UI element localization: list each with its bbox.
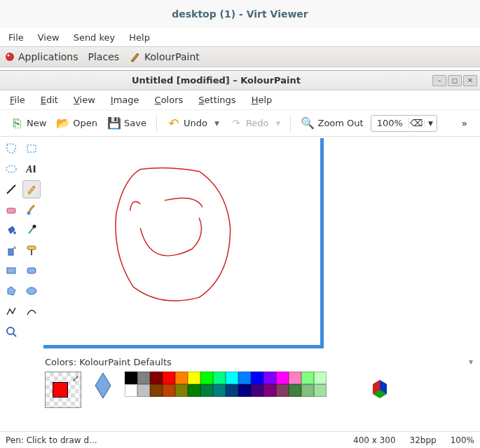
toolbar-overflow-icon[interactable]: »	[461, 118, 473, 129]
undo-button[interactable]: ↶ Undo ▼	[164, 115, 222, 132]
palette-swatch[interactable]	[163, 372, 175, 384]
palette-swatch[interactable]	[125, 372, 137, 384]
menu-help[interactable]: Help	[252, 95, 273, 105]
panel-task-kolourpaint[interactable]: KolourPaint	[129, 50, 200, 63]
tool-ellipse[interactable]	[22, 282, 41, 300]
save-button[interactable]: 💾 Save	[104, 115, 149, 132]
tool-pen[interactable]	[22, 180, 41, 198]
palette-swatch[interactable]	[188, 384, 200, 397]
virt-menu-sendkey[interactable]: Send key	[74, 32, 116, 43]
palette-swatch[interactable]	[276, 384, 289, 397]
palette-swatch[interactable]	[150, 372, 163, 384]
palette-swatch[interactable]	[150, 384, 163, 397]
svg-rect-9	[8, 249, 13, 255]
palette-swatch[interactable]	[314, 372, 327, 384]
brush-icon	[129, 50, 142, 63]
palette-swatch[interactable]	[175, 372, 188, 384]
palette-swatch[interactable]	[175, 384, 188, 397]
tool-spray[interactable]	[2, 241, 20, 259]
tool-polyline[interactable]	[2, 302, 20, 320]
main-area: AI	[0, 137, 480, 354]
menu-colors[interactable]: Colors	[155, 95, 184, 105]
palette-swatch[interactable]	[125, 384, 137, 397]
close-button[interactable]: ✕	[463, 75, 477, 86]
panel-places[interactable]: Places	[88, 51, 120, 62]
palette-swatch[interactable]	[137, 372, 150, 384]
palette-swatch[interactable]	[200, 384, 213, 397]
palette-swatch[interactable]	[163, 384, 175, 397]
swap-colors-icon[interactable]: ⤢	[72, 374, 79, 383]
tool-rect[interactable]	[2, 262, 20, 280]
tool-brush[interactable]	[22, 201, 41, 219]
palette-swatch[interactable]	[251, 384, 263, 397]
menu-edit[interactable]: Edit	[41, 95, 58, 105]
zoom-out-button[interactable]: 🔍 Zoom Out	[298, 115, 366, 132]
tool-free-select[interactable]	[2, 140, 20, 158]
titlebar[interactable]: Untitled [modified] – KolourPaint – ◻ ✕	[0, 71, 480, 90]
toolbox: AI	[0, 137, 42, 354]
new-label: New	[27, 118, 46, 128]
palette-swatch[interactable]	[137, 384, 150, 397]
tool-rect-select[interactable]	[22, 140, 41, 158]
open-button[interactable]: 📂 Open	[53, 115, 100, 132]
minimize-button[interactable]: –	[432, 75, 446, 86]
tool-fill[interactable]	[2, 221, 20, 239]
foreground-swatch[interactable]	[53, 382, 68, 398]
tool-rounded-rect[interactable]	[22, 262, 41, 280]
tool-text[interactable]: AI	[22, 160, 41, 178]
palette-swatch[interactable]	[213, 384, 226, 397]
color-cube-icon[interactable]	[367, 376, 392, 401]
menu-settings[interactable]: Settings	[198, 95, 235, 105]
tool-eraser[interactable]	[2, 201, 20, 219]
undo-label: Undo	[184, 118, 207, 128]
canvas[interactable]	[43, 138, 324, 348]
palette-swatch[interactable]	[301, 384, 314, 397]
gnome-panel: Applications Places KolourPaint	[0, 46, 480, 67]
colors-menu-icon[interactable]: ▾	[469, 357, 473, 367]
tool-ellipse-select[interactable]	[2, 160, 20, 178]
palette-swatch[interactable]	[213, 372, 226, 384]
color-fgbg-selector[interactable]: ⤢	[45, 372, 81, 408]
palette-swatch[interactable]	[289, 384, 301, 397]
zoom-combo[interactable]: 100% ⌫ ▼	[371, 115, 437, 132]
save-icon: 💾	[107, 116, 121, 130]
palette-swatch[interactable]	[301, 372, 314, 384]
tool-polygon[interactable]	[2, 282, 20, 300]
new-button[interactable]: ⎘ New	[7, 115, 49, 132]
save-label: Save	[124, 118, 146, 128]
canvas-viewport[interactable]	[42, 137, 480, 354]
tool-color-picker[interactable]	[22, 221, 41, 239]
palette-swatch[interactable]	[289, 372, 301, 384]
palette-swatch[interactable]	[238, 372, 251, 384]
virt-menu-view[interactable]: View	[38, 32, 60, 43]
tool-curve[interactable]	[22, 302, 41, 320]
maximize-button[interactable]: ◻	[448, 75, 462, 86]
menu-image[interactable]: Image	[111, 95, 139, 105]
window-title: Untitled [modified] – KolourPaint	[0, 75, 432, 86]
tool-line[interactable]	[2, 180, 20, 198]
chevron-down-icon[interactable]: ▼	[424, 120, 437, 127]
palette-swatch[interactable]	[314, 384, 327, 397]
virt-viewer-title: desktop (1) - Virt Viewer	[0, 0, 480, 28]
palette-swatch[interactable]	[263, 384, 276, 397]
palette-swatch[interactable]	[251, 372, 263, 384]
virt-menu-help[interactable]: Help	[129, 32, 150, 43]
clear-icon[interactable]: ⌫	[409, 118, 424, 128]
palette-swatch[interactable]	[188, 372, 200, 384]
palette-swatch[interactable]	[226, 372, 238, 384]
palette-swatch[interactable]	[238, 384, 251, 397]
menu-view[interactable]: View	[74, 95, 95, 105]
palette-swatch[interactable]	[276, 372, 289, 384]
panel-applications[interactable]: Applications	[4, 51, 78, 62]
virt-menu-file[interactable]: File	[8, 32, 24, 43]
palette-swatch[interactable]	[263, 372, 276, 384]
foot-icon	[4, 51, 15, 62]
tool-zoom[interactable]	[2, 323, 20, 341]
svg-line-4	[7, 185, 15, 194]
menu-file[interactable]: File	[10, 95, 25, 105]
zoom-out-icon: 🔍	[301, 116, 315, 130]
chevron-down-icon[interactable]: ▼	[214, 120, 219, 127]
palette-swatch[interactable]	[226, 384, 238, 397]
palette-swatch[interactable]	[200, 372, 213, 384]
tool-roller[interactable]	[22, 241, 41, 259]
